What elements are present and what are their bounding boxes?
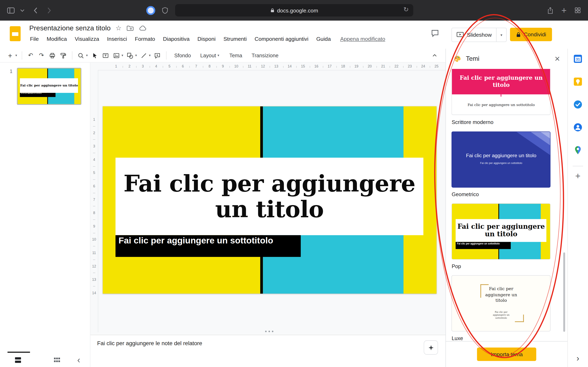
- collapse-toolbar-icon[interactable]: [430, 50, 440, 60]
- slide-editor[interactable]: Fai clic per aggiungere un titolo Fai cl…: [103, 106, 437, 294]
- url-text: docs.google.com: [277, 7, 318, 13]
- print-icon[interactable]: [47, 50, 57, 60]
- slide-canvas-area: 1234567891011121314151617181920212223242…: [90, 63, 446, 367]
- forward-icon[interactable]: [47, 7, 51, 14]
- shape-dropdown[interactable]: ▾: [135, 54, 137, 57]
- zoom-dropdown[interactable]: ▾: [86, 54, 88, 57]
- extension-icon[interactable]: [146, 6, 155, 15]
- refresh-icon[interactable]: ↻: [403, 6, 409, 14]
- geometrico-subtitle: Fai clic per aggiungere un sottotitolo: [452, 162, 550, 164]
- tab-overview-icon[interactable]: [574, 7, 581, 14]
- cloud-status-icon[interactable]: [139, 25, 147, 31]
- calendar-icon[interactable]: 31: [573, 54, 583, 64]
- menu-diapositiva[interactable]: Diapositiva: [163, 36, 190, 42]
- insert-line-icon[interactable]: [139, 50, 149, 60]
- share-icon[interactable]: [547, 6, 554, 14]
- slide-title-placeholder[interactable]: Fai clic per aggiungere un titolo: [116, 158, 424, 235]
- filmstrip-view-icon[interactable]: [14, 356, 22, 365]
- tasks-icon[interactable]: [573, 100, 583, 109]
- slide-design: Fai clic per aggiungere un titolo Fai cl…: [103, 106, 437, 294]
- slide-thumbnail-1[interactable]: Fai clic per aggiungere un titolo Fai cl…: [17, 68, 81, 105]
- panel-scrollbar[interactable]: [563, 252, 565, 332]
- menu-componenti-aggiuntivi[interactable]: Componenti aggiuntivi: [255, 36, 309, 42]
- menu-inserisci[interactable]: Inserisci: [107, 36, 127, 42]
- tls-lock-icon: [270, 8, 274, 13]
- theme-name-pop: Pop: [452, 263, 461, 269]
- share-label: Condividi: [524, 31, 546, 37]
- keep-icon[interactable]: [573, 77, 583, 87]
- import-theme-button[interactable]: Importa tema: [477, 347, 536, 361]
- address-bar[interactable]: docs.google.com ↻: [175, 4, 413, 17]
- share-button[interactable]: Condividi: [510, 28, 552, 41]
- star-icon[interactable]: ☆: [116, 24, 122, 32]
- slide-filmstrip: 1 Fai clic per aggiungere un titolo Fai …: [0, 63, 90, 367]
- pop-subtitle: Fai clic per aggiungere un sottotitolo: [456, 242, 511, 249]
- docs-header: Presentazione senza titolo ☆ File Modifi…: [0, 21, 588, 49]
- notes-resize-handle[interactable]: [265, 331, 273, 332]
- layout-button[interactable]: Layout ▾: [196, 50, 224, 60]
- menu-formato[interactable]: Formato: [135, 36, 155, 42]
- collapse-filmstrip-icon[interactable]: ‹: [77, 355, 80, 365]
- insert-image-icon[interactable]: [112, 50, 121, 60]
- shield-extension-icon[interactable]: [161, 7, 169, 14]
- last-modified-link[interactable]: Appena modificato: [340, 36, 385, 42]
- menu-visualizza[interactable]: Visualizza: [75, 36, 99, 42]
- contacts-icon[interactable]: [573, 123, 583, 132]
- theme-button[interactable]: Tema: [225, 50, 246, 60]
- thumbnail-design: Fai clic per aggiungere un titolo Fai cl…: [17, 68, 81, 104]
- background-button[interactable]: Sfondo: [170, 50, 195, 60]
- collapse-rail-icon[interactable]: ›: [568, 354, 588, 363]
- slide-subtitle-placeholder[interactable]: Fai clic per aggiungere un sottotitolo: [116, 235, 301, 257]
- editor-toolbar: + ▾ ↶ ↷ ▾: [0, 49, 446, 63]
- insert-comment-icon[interactable]: [153, 50, 162, 60]
- new-slide-dropdown[interactable]: ▾: [15, 54, 17, 57]
- menu-strumenti[interactable]: Strumenti: [223, 36, 247, 42]
- theme-card-scrittore-moderno[interactable]: Fai clic per aggiungere un titolo Fai cl…: [452, 69, 551, 115]
- line-dropdown[interactable]: ▾: [149, 54, 150, 57]
- image-dropdown[interactable]: ▾: [121, 54, 123, 57]
- menu-file[interactable]: File: [30, 36, 39, 42]
- menu-guida[interactable]: Guida: [316, 36, 331, 42]
- speaker-notes[interactable]: Fai clic per aggiungere le note del rela…: [90, 335, 446, 367]
- panel-title: Temi: [466, 55, 479, 63]
- new-slide-button[interactable]: +: [5, 50, 15, 60]
- theme-card-pop[interactable]: Fai clic per aggiungere un titolo Fai cl…: [452, 203, 551, 259]
- google-slides-logo[interactable]: [10, 26, 21, 41]
- open-comments-icon[interactable]: [431, 29, 440, 38]
- presentation-play-icon: [456, 32, 464, 38]
- move-folder-icon[interactable]: [126, 25, 134, 31]
- close-panel-icon[interactable]: ×: [555, 54, 560, 63]
- scrittore-subtitle: Fai clic per aggiungere un sottotitolo: [452, 94, 550, 115]
- document-title[interactable]: Presentazione senza titolo: [29, 24, 111, 32]
- luxe-corner-bottom-right: [515, 315, 524, 322]
- text-box-icon[interactable]: [100, 50, 110, 60]
- slideshow-dropdown[interactable]: ▾: [496, 28, 506, 42]
- explore-button[interactable]: [424, 341, 438, 355]
- themes-list: Fai clic per aggiungere un titolo Fai cl…: [446, 69, 567, 341]
- menu-modifica[interactable]: Modifica: [47, 36, 67, 42]
- undo-icon[interactable]: ↶: [26, 50, 35, 60]
- select-cursor-icon[interactable]: [90, 50, 99, 60]
- sidebar-toggle-icon[interactable]: [7, 7, 15, 14]
- slideshow-button[interactable]: Slideshow ▾: [451, 28, 507, 42]
- vertical-ruler: 1234567891011121314: [90, 70, 98, 332]
- themes-panel: Temi × Fai clic per aggiungere un titolo…: [446, 49, 567, 367]
- back-icon[interactable]: [33, 7, 37, 14]
- redo-icon[interactable]: ↷: [36, 50, 46, 60]
- new-tab-icon[interactable]: +: [562, 6, 567, 15]
- thumb-title: Fai clic per aggiungere un titolo: [20, 78, 78, 93]
- safari-window: docs.google.com ↻ + Presentazione senza …: [0, 0, 588, 367]
- zoom-icon[interactable]: [76, 50, 86, 60]
- theme-card-luxe[interactable]: Fai clic per aggiungere un titolo Fai cl…: [452, 275, 551, 332]
- transition-button[interactable]: Transizione: [247, 50, 283, 60]
- sidebar-chevron-icon[interactable]: [20, 9, 24, 12]
- get-add-ons-icon[interactable]: +: [575, 171, 581, 180]
- paint-format-icon[interactable]: [58, 50, 68, 60]
- theme-name-scrittore-moderno: Scrittore moderno: [452, 119, 493, 125]
- menu-disponi[interactable]: Disponi: [198, 36, 216, 42]
- luxe-subtitle: Fai clic per aggiungere un sottotitolo: [488, 310, 514, 319]
- theme-card-geometrico[interactable]: Fai clic per aggiungere un titolo Fai cl…: [452, 132, 551, 188]
- grid-view-icon[interactable]: [53, 356, 61, 365]
- insert-shape-icon[interactable]: [125, 50, 135, 60]
- maps-icon[interactable]: [573, 145, 583, 155]
